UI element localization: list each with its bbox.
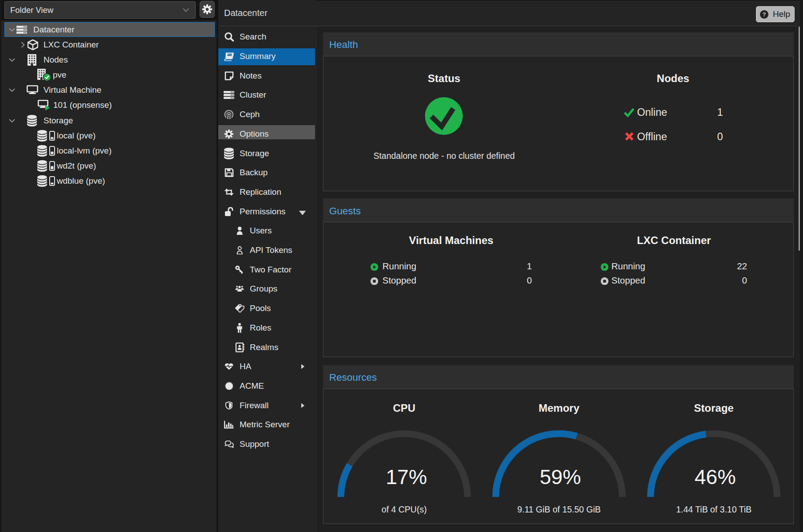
svg-text:?: ? [763, 11, 766, 18]
